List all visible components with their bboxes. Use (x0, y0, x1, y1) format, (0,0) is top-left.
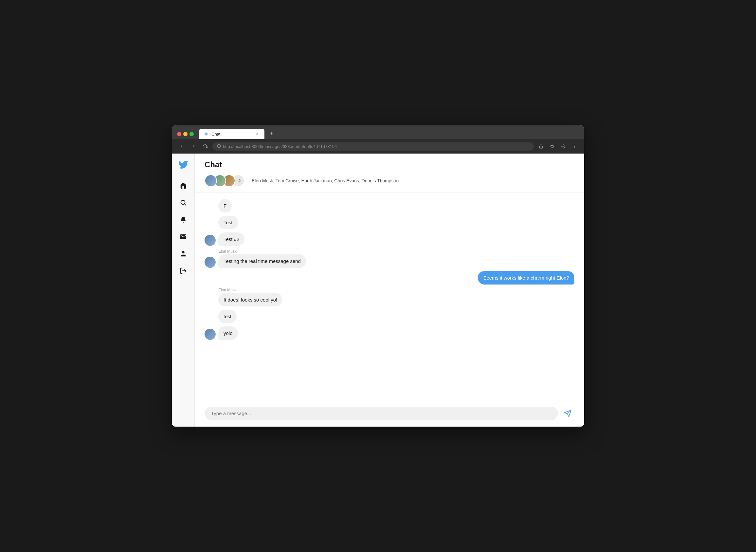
traffic-lights (177, 132, 194, 136)
svg-point-8 (574, 146, 575, 147)
message-bubble-realtime: Testing the real time message send (218, 254, 306, 268)
tab-favicon (204, 131, 209, 137)
url-display[interactable]: http://localhost:3000/messages/628adedfb… (223, 144, 337, 149)
participants-names: Elon Musk, Tom Cruise, Hugh Jackman, Chr… (252, 178, 399, 183)
sender-label-2: Elon Musk (218, 288, 574, 292)
message-bubble-own: Seems it works like a charm right Elon? (478, 271, 574, 284)
minimize-button[interactable] (183, 132, 188, 136)
sidebar-item-notifications[interactable] (176, 213, 190, 227)
sidebar-item-home[interactable] (176, 178, 190, 193)
menu-button[interactable] (570, 142, 579, 151)
sidebar-item-search[interactable] (176, 195, 190, 210)
address-bar[interactable]: http://localhost:3000/messages/628adedfb… (212, 142, 534, 151)
svg-point-6 (563, 146, 564, 147)
chat-header: Chat +2 Elon Musk, Tom Cruise, Hugh Jack… (195, 154, 584, 192)
browser-controls: http://localhost:3000/messages/628adedfb… (172, 139, 584, 154)
message-group-realtime: Elon Musk Testing the real time message … (205, 249, 574, 268)
avatar-elon-msg3 (205, 329, 216, 340)
svg-point-1 (205, 133, 207, 135)
close-button[interactable] (177, 132, 181, 136)
new-tab-button[interactable]: + (267, 129, 276, 138)
extensions-button[interactable] (559, 142, 568, 151)
share-button[interactable] (536, 142, 546, 151)
browser-tab[interactable]: Chat × (199, 129, 264, 139)
chat-input-area (195, 401, 584, 427)
svg-point-7 (574, 145, 575, 145)
message-row-realtime: Testing the real time message send (205, 254, 574, 268)
tab-close-button[interactable]: × (255, 132, 260, 136)
message-bubble-itdoes: It does! looks so cool yo! (218, 293, 282, 306)
message-group-itdoes: Elon Musk It does! looks so cool yo! (205, 288, 574, 306)
forward-button[interactable] (189, 142, 198, 151)
message-bubble: F (218, 199, 232, 213)
svg-point-12 (182, 251, 184, 253)
message-row-yolo: yolo (205, 326, 574, 340)
chat-title: Chat (205, 160, 574, 169)
message-bubble-test2: test (218, 310, 237, 323)
message-input-wrapper[interactable] (205, 407, 558, 420)
message-group-test: Test (205, 216, 574, 229)
maximize-button[interactable] (189, 132, 194, 136)
svg-line-11 (185, 204, 186, 205)
message-bubble: Test (218, 216, 238, 229)
url-path: :3000/messages/628adedfbfeb6c4d71d78194 (250, 144, 337, 149)
logo[interactable] (177, 159, 189, 170)
browser-actions (536, 142, 579, 151)
bookmark-button[interactable] (548, 142, 557, 151)
app-layout: Chat +2 Elon Musk, Tom Cruise, Hugh Jack… (172, 154, 584, 427)
message-input[interactable] (211, 411, 551, 416)
avatar-elon-msg (205, 235, 216, 246)
main-content: Chat +2 Elon Musk, Tom Cruise, Hugh Jack… (195, 154, 584, 427)
browser-window: Chat × + (172, 125, 584, 427)
sender-label: Elon Musk (218, 249, 574, 254)
message-row-test2: Test #2 (205, 233, 574, 246)
sidebar-item-messages[interactable] (176, 230, 190, 244)
sidebar-item-logout[interactable] (176, 264, 190, 278)
sidebar-item-profile[interactable] (176, 247, 190, 261)
reload-button[interactable] (201, 142, 210, 151)
sidebar (172, 154, 195, 427)
avatar-stack: +2 (205, 174, 241, 187)
security-icon (217, 144, 221, 149)
message-bubble-yolo: yolo (218, 326, 238, 340)
message-row-itdoes: It does! looks so cool yo! (205, 293, 574, 306)
message-group-test2: test (205, 310, 574, 323)
browser-chrome: Chat × + (172, 125, 584, 154)
message-bubble: Test #2 (218, 233, 244, 246)
message-group-f: F (205, 199, 574, 213)
avatar-elon (205, 174, 217, 187)
chat-area[interactable]: F Test Test #2 Elon Musk Testing the re (195, 192, 584, 401)
svg-point-9 (574, 147, 575, 148)
title-bar: Chat × + (172, 125, 584, 139)
back-button[interactable] (177, 142, 186, 151)
participants-row: +2 Elon Musk, Tom Cruise, Hugh Jackman, … (205, 174, 574, 187)
svg-marker-5 (550, 144, 554, 148)
message-row-own: Seems it works like a charm right Elon? (205, 271, 574, 284)
svg-point-10 (181, 200, 185, 204)
avatar-elon-msg2 (205, 257, 216, 268)
url-prefix: http://localhost (223, 144, 250, 149)
send-button[interactable] (561, 407, 574, 420)
tab-title: Chat (211, 132, 252, 137)
